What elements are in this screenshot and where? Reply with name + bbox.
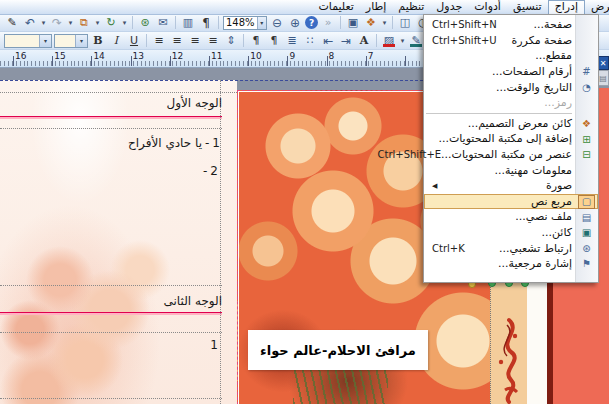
page-numbers-icon: # — [578, 65, 595, 79]
menubar-item-عرض[interactable]: عرض — [585, 0, 609, 14]
line-color-icon[interactable]: ✎ — [408, 33, 424, 48]
page-two-number[interactable]: 1 — [210, 338, 218, 352]
list-item-text: يا حادي الأفراح — [128, 136, 202, 150]
menu-item-hyperlink[interactable]: ⊛ارتباط تشعبي...Ctrl+K — [424, 240, 598, 256]
ltr-paragraph-icon[interactable]: ¶ — [248, 33, 264, 48]
help-icon[interactable]: ? — [305, 16, 318, 29]
menu-item-shortcut: Ctrl+K — [432, 243, 465, 254]
ruler-number: 10 — [250, 51, 261, 61]
justify-icon[interactable]: ≡ — [205, 33, 221, 48]
insert-picture-icon[interactable]: ▣ — [345, 15, 361, 30]
menu-item-text-box[interactable]: ▢مربع نص — [424, 194, 598, 210]
numbering-icon[interactable]: ≣ — [284, 33, 300, 48]
library-item-icon: ⊟ — [578, 148, 595, 162]
menu-item-label: كائن معرض التصميم... — [468, 117, 572, 130]
underline-icon[interactable]: U — [126, 33, 142, 48]
blank-icon — [578, 163, 595, 177]
caption-text-box[interactable]: مرافئ الاحلام-عالم حواء — [248, 330, 428, 370]
menu-item-add-to-content-library[interactable]: ⊞إضافة إلى مكتبة المحتويات... — [424, 131, 598, 147]
caption-text: مرافئ الاحلام-عالم حواء — [260, 343, 416, 358]
menubar-item-إطار[interactable]: إطار — [360, 0, 392, 14]
menu-item-symbol[interactable]: رمز... — [424, 95, 598, 111]
menu-item-label: مربع نص — [531, 195, 572, 208]
zoom-combobox[interactable]: 148% ▾ — [223, 16, 267, 30]
fill-color-icon[interactable]: ▨ — [381, 33, 397, 48]
menu-item-label: كائن... — [541, 226, 572, 239]
picture-color-icon[interactable]: ❖ — [363, 15, 379, 30]
toolbar-options-icon[interactable]: » — [320, 15, 336, 30]
grow-font-icon[interactable]: A — [356, 33, 372, 48]
menu-item-picture[interactable]: صورة◀ — [424, 178, 598, 194]
menu-item-section[interactable]: مقطع... — [424, 48, 598, 64]
menu-item-label: معلومات مهنية... — [494, 164, 572, 177]
align-right-icon[interactable]: ≡ — [151, 33, 167, 48]
menubar-item-تنسيق[interactable]: تنسيق — [507, 0, 548, 14]
zoom-dropdown-icon[interactable]: ▾ — [257, 17, 266, 29]
font-size-combobox[interactable]: ▾ — [54, 34, 88, 48]
menubar-item-جدول[interactable]: جدول — [430, 0, 468, 14]
menu-item-duplicate-page[interactable]: صفحة مكررةCtrl+Shift+U — [424, 33, 598, 49]
menu-item-text-file[interactable]: ▤ملف نصي... — [424, 209, 598, 225]
menubar-item-إدراج[interactable]: إدراج — [548, 0, 585, 14]
order-dropdown-icon[interactable]: ▾ — [94, 15, 101, 30]
ruler-number: 16 — [15, 51, 26, 61]
zoom-in-icon[interactable]: ⊕ — [287, 15, 303, 30]
menu-item-label: عنصر من مكتبة المحتويات... — [441, 148, 572, 161]
menu-item-label: مقطع... — [535, 49, 572, 62]
format-painter-icon[interactable]: ✎ — [4, 15, 20, 30]
font-name-dropdown-icon[interactable]: ▾ — [39, 35, 51, 47]
columns-icon[interactable]: ▥ — [180, 15, 196, 30]
bold-icon[interactable]: B — [90, 33, 106, 48]
menu-item-date-time[interactable]: ◔التاريخ والوقت... — [424, 79, 598, 95]
menu-item-bookmark[interactable]: ⚑إشارة مرجعية... — [424, 256, 598, 272]
redo-dropdown-icon[interactable]: ▾ — [67, 15, 74, 30]
menubar-item-تعليمات[interactable]: تعليمات — [312, 0, 359, 14]
align-left-icon[interactable]: ≡ — [187, 33, 203, 48]
menu-item-business-information[interactable]: معلومات مهنية... — [424, 162, 598, 178]
menubar-item-أدوات[interactable]: أدوات — [468, 0, 507, 14]
toolbar-separator — [392, 16, 393, 29]
decrease-indent-icon[interactable]: ⇤ — [320, 33, 336, 48]
bullets-icon[interactable]: ∷ — [302, 33, 318, 48]
design-gallery-icon: ❖ — [578, 117, 595, 131]
color-dropdown-icon[interactable]: ▾ — [381, 15, 388, 30]
fill-color-dropdown-icon[interactable]: ▾ — [399, 33, 406, 48]
bring-to-front-icon[interactable]: ⧉ — [76, 15, 92, 30]
menu-item-page[interactable]: صفحة...Ctrl+Shift+N — [424, 17, 598, 33]
redo-icon[interactable]: ↷ — [49, 15, 65, 30]
free-rotate-icon[interactable]: ↻ — [103, 15, 119, 30]
web-page-preview-icon[interactable]: ⊛ — [137, 15, 153, 30]
mail-icon[interactable]: ✉ — [155, 15, 171, 30]
menu-item-label: التاريخ والوقت... — [496, 81, 572, 94]
menu-item-label: إضافة إلى مكتبة المحتويات... — [438, 132, 572, 145]
undo-icon[interactable]: ↶ — [22, 15, 38, 30]
page-one-heading[interactable]: الوجه الأول — [166, 96, 222, 110]
layout-guide — [0, 285, 222, 286]
font-name-combobox[interactable]: ▾ — [4, 34, 52, 48]
list-item-dash: - — [205, 136, 209, 150]
column-guide — [220, 80, 221, 404]
page-two-heading[interactable]: الوجه الثانى — [164, 294, 222, 308]
increase-indent-icon[interactable]: ⇥ — [338, 33, 354, 48]
align-center-icon[interactable]: ≡ — [169, 33, 185, 48]
list-item-2[interactable]: 2 - — [203, 164, 218, 178]
rotate-dropdown-icon[interactable]: ▾ — [121, 15, 128, 30]
italic-icon[interactable]: I — [108, 33, 124, 48]
undo-dropdown-icon[interactable]: ▾ — [40, 15, 47, 30]
menu-item-label: صفحة مكررة — [511, 34, 572, 47]
list-item-1[interactable]: 1 - يا حادي الأفراح — [128, 136, 220, 150]
special-characters-icon[interactable]: ¶ — [198, 15, 214, 30]
zoom-out-icon[interactable]: ⊖ — [269, 15, 285, 30]
menu-item-label: رمز... — [544, 96, 572, 109]
ruler-number: 14 — [93, 51, 104, 61]
menu-item-page-numbers[interactable]: #أرقام الصفحات... — [424, 64, 598, 80]
menu-item-item-from-content-library[interactable]: ⊟عنصر من مكتبة المحتويات...Ctrl+Shift+E — [424, 147, 598, 163]
font-size-dropdown-icon[interactable]: ▾ — [75, 35, 87, 47]
menu-item-design-gallery-object[interactable]: ❖كائن معرض التصميم... — [424, 116, 598, 132]
rtl-paragraph-icon[interactable]: ¶ — [266, 33, 282, 48]
menu-item-object[interactable]: ▣كائن... — [424, 225, 598, 241]
menu-item-shortcut: Ctrl+Shift+U — [432, 35, 497, 46]
menubar-item-تنظيم[interactable]: تنظيم — [392, 0, 430, 14]
line-spacing-icon[interactable]: ⇕ — [223, 33, 239, 48]
two-page-spread-icon[interactable]: ◫ — [397, 15, 413, 30]
